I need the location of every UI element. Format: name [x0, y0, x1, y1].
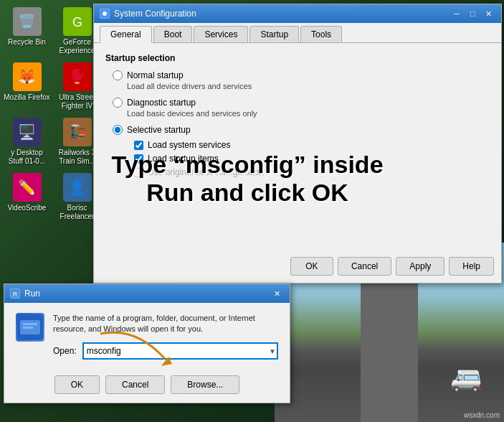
tab-startup[interactable]: Startup: [249, 26, 299, 42]
run-app-icon: [16, 313, 44, 342]
svg-rect-8: [23, 323, 37, 325]
arrow-annotation: [93, 327, 179, 372]
window-controls: ─ □ ✕: [450, 7, 495, 20]
sysconfig-title-text: System Configuration: [114, 9, 196, 19]
svg-point-3: [103, 11, 107, 16]
desktop-icon-desktop-stuff[interactable]: 🖥️ y Desktop Stuff 01-0...: [4, 118, 50, 166]
run-open-label: Open:: [53, 346, 77, 356]
run-ok-button[interactable]: OK: [54, 375, 100, 394]
ok-button[interactable]: OK: [290, 257, 333, 276]
minimize-button[interactable]: ─: [450, 7, 464, 20]
svg-rect-9: [23, 327, 33, 329]
desktop: 🗑️ Recycle Bin G GeForce Experience 🦊 Mo…: [0, 0, 504, 422]
radio-diagnostic-label: Diagnostic startup: [127, 98, 196, 108]
radio-normal-sublabel: Load all device drivers and services: [113, 82, 490, 90]
run-browse-button[interactable]: Browse...: [171, 375, 239, 394]
tabs-container: General Boot Services Startup Tools: [94, 23, 501, 43]
sysconfig-title-icon: [100, 9, 110, 19]
radio-diagnostic-input[interactable]: [113, 98, 123, 108]
radio-selective-label: Selective startup: [127, 125, 191, 135]
run-title-text: Run: [24, 289, 40, 299]
run-close-button[interactable]: ✕: [270, 287, 284, 300]
radio-normal-startup: Normal startup Load all device drivers a…: [113, 70, 490, 90]
tab-general[interactable]: General: [100, 26, 152, 43]
run-title-icon: R: [10, 289, 20, 299]
run-titlebar: R Run ✕: [4, 284, 290, 303]
radio-diagnostic-sublabel: Load basic devices and services only: [113, 109, 490, 118]
help-button[interactable]: Help: [449, 257, 494, 276]
checkbox-load-system-input[interactable]: [134, 141, 143, 150]
sysconfig-buttons: OK Cancel Apply Help: [290, 257, 494, 276]
checkbox-load-system: Load system services: [134, 140, 490, 150]
desktop-icon-firefox[interactable]: 🦊 Mozilla Firefox: [4, 62, 50, 111]
close-button[interactable]: ✕: [481, 7, 495, 20]
desktop-icons: 🗑️ Recycle Bin G GeForce Experience 🦊 Mo…: [4, 7, 100, 221]
radio-diagnostic-startup: Diagnostic startup Load basic devices an…: [113, 98, 490, 118]
car-icon: 🚐: [450, 363, 482, 393]
desktop-icon-videoscribe[interactable]: ✏️ VideoScribe: [4, 173, 50, 221]
run-cancel-button[interactable]: Cancel: [105, 375, 165, 394]
system-config-window: System Configuration ─ □ ✕ General Boot …: [93, 4, 502, 283]
run-buttons: OK Cancel Browse...: [4, 370, 290, 403]
dropdown-arrow-icon[interactable]: ▼: [269, 347, 276, 355]
tab-boot[interactable]: Boot: [153, 26, 193, 42]
tab-tools[interactable]: Tools: [300, 26, 342, 42]
startup-selection-label: Startup selection: [105, 53, 490, 63]
tab-services[interactable]: Services: [194, 26, 248, 42]
apply-button[interactable]: Apply: [396, 257, 444, 276]
radio-normal-input[interactable]: [113, 70, 123, 80]
svg-text:R: R: [13, 291, 18, 298]
watermark: wsxdn.com: [464, 411, 500, 419]
checkbox-load-system-label: Load system services: [148, 140, 230, 150]
radio-normal-label: Normal startup: [127, 70, 184, 80]
desktop-icon-recycle-bin[interactable]: 🗑️ Recycle Bin: [4, 7, 50, 55]
radio-selective-input[interactable]: [113, 125, 123, 135]
overlay-text: Type “msconfig” inside Run and click OK: [111, 151, 384, 207]
road: [361, 278, 418, 422]
sysconfig-titlebar: System Configuration ─ □ ✕: [94, 4, 501, 23]
cancel-button[interactable]: Cancel: [338, 257, 391, 276]
maximize-button[interactable]: □: [465, 7, 480, 20]
svg-text:G: G: [72, 15, 82, 29]
